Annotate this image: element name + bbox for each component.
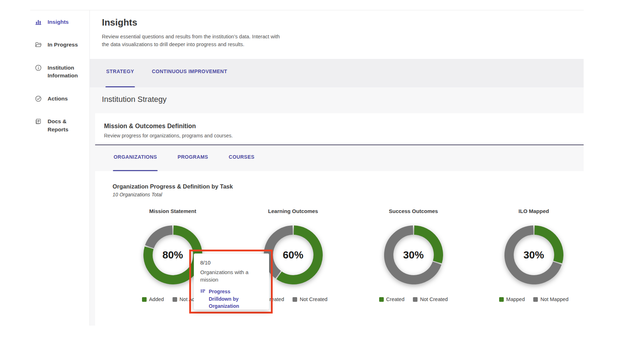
legend-swatch-gray [533, 297, 538, 302]
chart-title: Mission Statement [113, 208, 233, 214]
bar-chart-icon [35, 18, 42, 26]
sidebar-item-label: Insights [48, 18, 82, 26]
donut-percent-label: 30% [384, 225, 443, 284]
sidebar-item-in-progress[interactable]: In Progress [35, 41, 89, 49]
chart-title: Learning Outcomes [233, 208, 353, 214]
sidebar-item-insights[interactable]: Insights [35, 18, 89, 26]
info-icon [35, 64, 42, 71]
donut-charts-row: Mission Statement 80% Added Not Added [113, 208, 584, 302]
legend-item: Not Created [293, 296, 327, 302]
chart-success-outcomes: Success Outcomes 30% Created Not Created [353, 208, 474, 302]
tab-courses[interactable]: COURSES [229, 154, 254, 171]
donut-chart[interactable]: 30% [384, 225, 443, 284]
legend-swatch-green [142, 297, 147, 302]
chart-area: Organization Progress & Definition by Ta… [95, 171, 584, 326]
sidebar-item-institution-information[interactable]: Institution Information [35, 64, 89, 80]
chart-title: Success Outcomes [353, 208, 474, 214]
legend-label: Not Mapped [540, 296, 568, 302]
legend-item: Added [142, 296, 164, 302]
folder-icon [35, 41, 42, 48]
tooltip-link-label: Progress Drilldown by Organization [209, 288, 246, 310]
page-header: Insights Review essential questions and … [90, 10, 584, 59]
chart-title: ILO Mapped [474, 208, 594, 214]
top-tab-bar: STRATEGY CONTINUOUS IMPROVEMENT [90, 59, 584, 87]
sidebar: Insights In Progress Institution Informa… [30, 10, 90, 326]
legend-label: Mapped [506, 296, 525, 302]
tab-organizations[interactable]: ORGANIZATIONS [114, 154, 157, 171]
app-window: Insights In Progress Institution Informa… [30, 10, 584, 326]
tab-strategy[interactable]: STRATEGY [106, 69, 134, 87]
legend-label: Added [149, 296, 164, 302]
chart-section-title: Organization Progress & Definition by Ta… [113, 183, 584, 190]
legend-label: Not Created [300, 296, 327, 302]
legend-label: Created [386, 296, 405, 302]
chart-legend: Mapped Not Mapped [474, 296, 594, 302]
card-title: Mission & Outcomes Definition [104, 122, 575, 130]
card-subtitle: Review progress for organizations, progr… [104, 133, 575, 138]
card-tab-bar: ORGANIZATIONS PROGRAMS COURSES [95, 145, 584, 171]
tab-continuous-improvement[interactable]: CONTINUOUS IMPROVEMENT [152, 69, 227, 87]
sidebar-item-label: Institution Information [48, 64, 82, 80]
sidebar-item-label: Actions [48, 95, 82, 103]
chart-ilo-mapped: ILO Mapped 30% Mapped Not Mapped [474, 208, 594, 302]
section-title-institution-strategy: Institution Strategy [102, 95, 584, 104]
chart-tooltip: 8/10 Organizations with a mission Progre… [194, 254, 269, 310]
sidebar-item-label: In Progress [48, 41, 82, 49]
legend-swatch-gray [293, 297, 297, 302]
legend-swatch-gray [413, 297, 417, 302]
tooltip-value: 8/10 [200, 260, 263, 266]
legend-swatch-green [379, 297, 384, 302]
page-title: Insights [102, 17, 569, 28]
chart-legend: Created Not Created [353, 296, 474, 302]
red-highlight-box: 8/10 Organizations with a mission Progre… [189, 250, 273, 314]
check-circle-icon [35, 95, 42, 102]
legend-item: Not Created [413, 296, 448, 302]
legend-item: Mapped [499, 296, 525, 302]
drilldown-icon [200, 288, 206, 294]
sidebar-item-actions[interactable]: Actions [35, 95, 89, 103]
mission-outcomes-card: Mission & Outcomes Definition Review pro… [95, 113, 584, 326]
document-icon [35, 118, 42, 125]
donut-chart[interactable]: 30% [504, 225, 563, 284]
sidebar-item-label: Docs & Reports [48, 118, 82, 133]
legend-item: Not Mapped [533, 296, 568, 302]
legend-label: Not Created [420, 296, 448, 302]
donut-percent-label: 30% [504, 225, 563, 284]
sidebar-item-docs-reports[interactable]: Docs & Reports [35, 118, 89, 133]
legend-item: Created [379, 296, 405, 302]
tooltip-label: Organizations with a mission [200, 269, 256, 283]
tab-programs[interactable]: PROGRAMS [178, 154, 208, 171]
progress-drilldown-link[interactable]: Progress Drilldown by Organization [200, 288, 263, 310]
page-description: Review essential questions and results f… [102, 33, 285, 48]
legend-swatch-gray [173, 297, 177, 302]
main-content: Insights Review essential questions and … [90, 10, 584, 326]
card-header: Mission & Outcomes Definition Review pro… [95, 113, 584, 145]
legend-swatch-green [499, 297, 504, 302]
chart-section-subtitle: 10 Organizations Total [113, 192, 584, 197]
strategy-body: Institution Strategy Mission & Outcomes … [90, 87, 584, 326]
